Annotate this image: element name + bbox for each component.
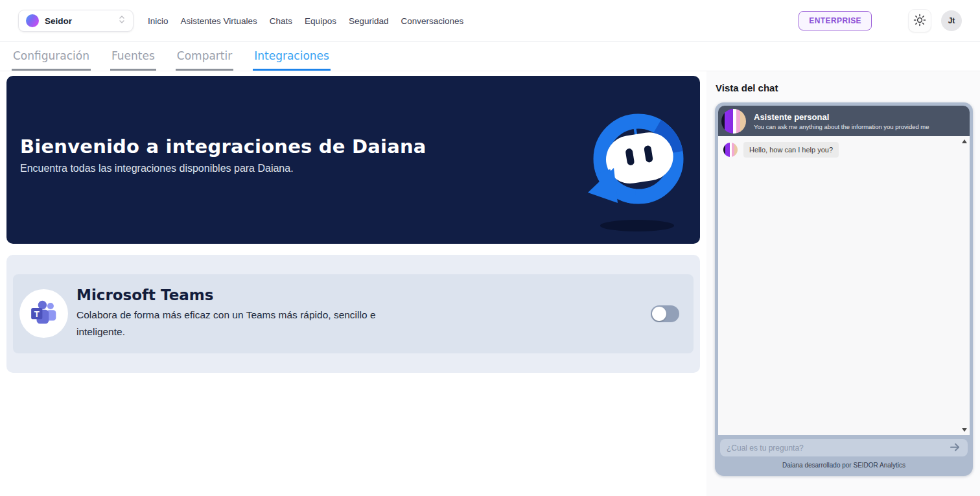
integrations-section: T Microsoft Teams Colabora de forma más … <box>6 255 700 373</box>
main-content: Bienvenido a integraciones de Daiana Enc… <box>0 71 706 496</box>
tab-bar: Configuración Fuentes Compartir Integrac… <box>0 42 980 71</box>
chat-footer: Daiana desarrollado por SEIDOR Analytics <box>718 460 970 473</box>
teams-logo-icon: T <box>19 289 68 338</box>
chat-preview-title: Vista del chat <box>716 82 973 93</box>
teams-toggle[interactable] <box>651 305 679 322</box>
header-right-actions: ENTERPRISE Jt <box>799 9 962 32</box>
banner-title: Bienvenido a integraciones de Daiana <box>20 136 583 158</box>
robot-illustration <box>587 94 690 233</box>
assistant-subtitle: You can ask me anything about the inform… <box>754 123 929 130</box>
theme-toggle-button[interactable] <box>908 9 931 32</box>
chat-widget: Asistente personal You can ask me anythi… <box>715 102 973 476</box>
chat-scrollbar[interactable] <box>961 136 968 435</box>
chat-input[interactable] <box>720 439 968 456</box>
tab-compartir[interactable]: Compartir <box>176 42 233 71</box>
assistant-avatar <box>721 109 746 134</box>
nav-item-conversaciones[interactable]: Conversaciones <box>401 16 463 26</box>
nav-item-inicio[interactable]: Inicio <box>148 16 169 26</box>
welcome-banner: Bienvenido a integraciones de Daiana Enc… <box>6 76 700 244</box>
main-nav: Inicio Asistentes Virtuales Chats Equipo… <box>148 16 463 26</box>
chat-message: Hello, how can I help you? <box>723 142 957 158</box>
chat-preview-panel: Vista del chat Asistente personal You ca… <box>706 71 980 496</box>
nav-item-equipos[interactable]: Equipos <box>305 16 336 26</box>
workspace-selector[interactable]: Seidor <box>18 10 134 32</box>
nav-item-asistentes-virtuales[interactable]: Asistentes Virtuales <box>181 16 257 26</box>
workspace-logo-icon <box>26 14 39 27</box>
enterprise-badge[interactable]: ENTERPRISE <box>799 11 872 30</box>
scroll-down-icon[interactable] <box>962 428 967 432</box>
banner-subtitle: Encuentra todas las integraciones dispon… <box>20 163 583 174</box>
chat-messages-area: Hello, how can I help you? <box>718 136 970 435</box>
svg-text:T: T <box>34 309 39 318</box>
send-icon[interactable] <box>950 443 961 452</box>
nav-item-seguridad[interactable]: Seguridad <box>349 16 389 26</box>
chat-message-bubble: Hello, how can I help you? <box>743 142 839 158</box>
tab-integraciones[interactable]: Integraciones <box>253 42 331 71</box>
tab-configuracion[interactable]: Configuración <box>12 42 91 71</box>
chat-input-row <box>718 435 970 460</box>
user-avatar[interactable]: Jt <box>941 10 962 31</box>
tab-fuentes[interactable]: Fuentes <box>110 42 156 71</box>
scroll-up-icon[interactable] <box>962 139 967 143</box>
assistant-name: Asistente personal <box>754 112 929 122</box>
assistant-avatar-small <box>723 143 738 157</box>
integration-title: Microsoft Teams <box>76 287 651 303</box>
top-navbar: Seidor Inicio Asistentes Virtuales Chats… <box>0 0 980 42</box>
chat-header-text: Asistente personal You can ask me anythi… <box>754 112 929 130</box>
chat-header: Asistente personal You can ask me anythi… <box>718 106 970 136</box>
select-chevron-icon <box>118 15 126 27</box>
sun-icon <box>913 14 926 29</box>
integration-card-teams: T Microsoft Teams Colabora de forma más … <box>13 274 694 353</box>
integration-description: Colabora de forma más eficaz con un Team… <box>76 307 381 341</box>
integration-info: Microsoft Teams Colabora de forma más ef… <box>76 287 651 341</box>
toggle-knob <box>652 307 666 321</box>
nav-item-chats[interactable]: Chats <box>270 16 292 26</box>
workspace-name: Seidor <box>45 16 112 26</box>
